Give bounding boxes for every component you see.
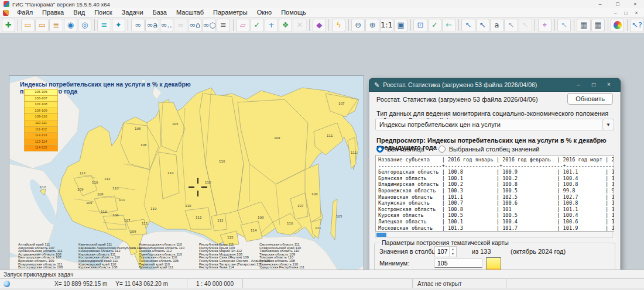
shapes-3d-button[interactable]: ◆ — [313, 19, 326, 32]
open-site-button[interactable]: ▭ — [35, 19, 49, 32]
new-map-button[interactable]: ✚ — [2, 19, 15, 32]
region-value-label: 108 — [311, 192, 318, 196]
search-by-name-button[interactable]: ∞a — [145, 19, 159, 32]
menu-item-Окно[interactable]: Окно — [252, 8, 277, 17]
menu-item-Правка[interactable]: Правка — [37, 8, 68, 17]
semantics-button[interactable]: a — [490, 19, 503, 32]
pointer-globe-button[interactable]: ↖ — [519, 19, 532, 32]
map-scale[interactable]: 1 : 40 000 000 — [187, 279, 243, 289]
geolocation-button[interactable]: ⌖ — [538, 19, 551, 32]
open-internet-map-button[interactable]: ◉ — [64, 19, 77, 32]
region-value-label: 107 — [124, 219, 131, 222]
region-value-label: 111 — [119, 198, 125, 202]
map-contents-button[interactable]: ✦ — [112, 19, 125, 32]
dialog-maximize-button[interactable]: □ — [586, 79, 601, 91]
select-accept-button[interactable]: ✓ — [250, 19, 263, 32]
toolbar-separator — [94, 19, 95, 31]
menu-item-Поиск[interactable]: Поиск — [90, 8, 117, 17]
back-button[interactable]: ← — [442, 19, 455, 32]
zoom-out-button[interactable]: ⊖ — [351, 19, 365, 32]
menu-item-Задачи[interactable]: Задачи — [117, 8, 148, 17]
menu-bar: ФайлПравкаВидПоискЗадачиБазаМасштабПарам… — [0, 8, 644, 18]
region-value-label: 109 — [77, 188, 84, 191]
dialog-title: Росстат. Статистика (загружено 53 файла … — [383, 81, 537, 88]
dialog-minimize-button[interactable]: – — [571, 79, 586, 91]
radio-whole-table[interactable] — [376, 146, 383, 153]
open-map-button[interactable]: ▭ — [21, 19, 35, 32]
search-button[interactable]: ∞ — [131, 19, 145, 32]
layers-button[interactable]: ≡ — [97, 19, 111, 32]
chevron-down-icon[interactable]: ▼ — [602, 119, 614, 130]
region-value-label: 110 — [112, 187, 119, 190]
map-document[interactable]: 1121111101091081121101111091101081071091… — [9, 75, 364, 290]
select-reset-button[interactable]: ✕ — [293, 19, 306, 32]
run-task-button[interactable]: ϟ — [332, 19, 345, 32]
menu-item-База[interactable]: База — [148, 8, 172, 17]
menu-item-Вид[interactable]: Вид — [68, 8, 90, 17]
column-number-spinner[interactable]: ▲▼ — [434, 246, 457, 257]
spinner-arrows-icon[interactable]: ▲▼ — [449, 247, 456, 257]
region-value-label: 108 — [112, 213, 119, 217]
main-toolbar: ✚▭▭≣◉◎≡✦∞∞a∞‥∞∞⌂∞○≡▱✓+❖✕◆ϟ⊖⊕1:1▣⊡✓←↖↖a↖↖… — [0, 18, 644, 33]
pointer-database-button[interactable]: ↖ — [476, 19, 489, 32]
globe-icon[interactable] — [4, 281, 10, 287]
app-icon — [4, 1, 9, 7]
object-list-button[interactable]: ≡ — [217, 19, 230, 32]
help-button[interactable]: ↖? — [630, 19, 643, 32]
preview-table[interactable]: Название субъекта | 2016 год январь | 20… — [375, 155, 614, 232]
maximize-button[interactable]: □ — [609, 1, 626, 8]
params-group-title: Параметры построения тематической карты — [379, 239, 511, 246]
open-geoportal-button[interactable]: ◎ — [78, 19, 91, 32]
pen-icon: ✎ — [374, 81, 379, 89]
apply-selection-button[interactable]: ✓ — [428, 19, 441, 32]
dialog-title-bar[interactable]: ✎ Росстат. Статистика (загружено 53 файл… — [369, 78, 621, 92]
toolbar-separator — [309, 19, 310, 31]
region-value-label: 110 — [185, 204, 191, 208]
title-bar: ГИС "Панорама" версия 15.5.5.40 x64 – □ … — [0, 0, 644, 9]
select-add-button[interactable]: + — [265, 19, 278, 32]
search-continue-button[interactable]: ∞ — [174, 19, 187, 32]
search-web-button[interactable]: ∞○ — [202, 19, 215, 32]
menu-item-Помощь[interactable]: Помощь — [276, 8, 311, 17]
legend-item: 109-110 — [24, 114, 58, 120]
print-setup-button[interactable]: ▦ — [591, 19, 605, 32]
open-database-button[interactable]: ≣ — [49, 19, 63, 32]
select-objects-button[interactable]: ❖ — [279, 19, 292, 32]
table-horizontal-scrollbar[interactable] — [375, 232, 613, 238]
mdi-minimize-button[interactable]: – — [610, 9, 621, 17]
dialog-close-button[interactable]: × — [601, 79, 616, 91]
menu-item-Файл[interactable]: Файл — [12, 8, 37, 17]
menu-item-Параметры[interactable]: Параметры — [208, 8, 252, 17]
center-view-button[interactable]: ⊡ — [413, 19, 427, 32]
zoom-in-button[interactable]: ⊕ — [365, 19, 379, 32]
minimize-button[interactable]: – — [591, 1, 609, 8]
region-value-label: 110 — [101, 210, 107, 213]
radio-whole-table-label: Вся таблица — [387, 146, 424, 153]
refresh-button[interactable]: Обновить — [567, 93, 613, 105]
minimum-input[interactable] — [434, 258, 482, 268]
work-area: 1121111101091081121101111091101081071091… — [0, 33, 644, 270]
pointer-map-button[interactable]: ↖ — [504, 19, 518, 32]
region-value-label: 105 — [336, 215, 342, 218]
of-total-label: из 133 — [472, 248, 491, 255]
toolbar-separator — [328, 19, 329, 31]
close-button[interactable]: × — [626, 1, 644, 8]
mdi-restore-button[interactable]: □ — [621, 9, 631, 17]
mdi-close-button[interactable]: × — [631, 9, 642, 17]
cursor-button[interactable]: ↖ — [557, 19, 571, 32]
radio-selected-column[interactable] — [439, 146, 446, 153]
palette-button[interactable] — [611, 19, 624, 32]
select-area-button[interactable]: ▱ — [236, 19, 249, 32]
menu-item-Масштаб[interactable]: Масштаб — [172, 8, 208, 17]
region-value-label: 110 — [92, 181, 98, 184]
data-type-combobox[interactable]: Индексы потребительских цен на услуги — [375, 119, 604, 130]
coordinate-y: Y= 11 043 062.20 m — [115, 281, 168, 287]
scrollbar-thumb[interactable] — [376, 233, 386, 237]
search-list-button[interactable]: ∞‥ — [160, 19, 173, 32]
zoom-frame-button[interactable]: ▣ — [394, 19, 407, 32]
region-value-label: 106 — [141, 143, 147, 147]
print-button[interactable]: ▦ — [577, 19, 590, 32]
search-address-button[interactable]: ∞⌂ — [188, 19, 201, 32]
zoom-1-1-button[interactable]: 1:1 — [380, 19, 393, 32]
pointer-table-button[interactable]: ↖ — [461, 19, 475, 32]
